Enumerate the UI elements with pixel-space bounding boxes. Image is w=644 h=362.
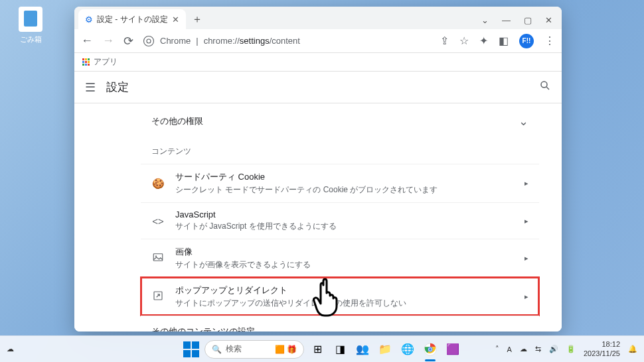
url-chip: Chrome: [160, 36, 191, 46]
other-content-label: その他のコンテンツの設定: [151, 326, 255, 332]
titlebar: ⚙ 設定 - サイトの設定 ✕ ＋ ⌄ ― ▢ ✕: [74, 7, 562, 29]
chrome-icon: [143, 35, 155, 47]
recycle-bin-label: ごみ箱: [19, 34, 42, 44]
weather-widget[interactable]: ☁: [7, 345, 14, 353]
popup-desc: サイトにポップアップの送信やリダイレクトの使用を許可しない: [175, 298, 514, 309]
chrome-icon[interactable]: [421, 340, 440, 359]
browser-tab[interactable]: ⚙ 設定 - サイトの設定 ✕: [78, 9, 186, 29]
url-toolbar: ← → ⟳ Chrome | chrome://settings/content…: [74, 29, 562, 53]
gear-icon: ⚙: [85, 15, 93, 25]
address-bar[interactable]: Chrome | chrome://settings/content: [143, 35, 431, 47]
row-other-permissions[interactable]: その他の権限 ⌄: [141, 106, 539, 137]
chevron-down-icon: ⌄: [519, 114, 528, 129]
js-title: JavaScript: [175, 210, 514, 219]
svg-point-2: [541, 82, 547, 88]
settings-content[interactable]: その他の権限 ⌄ コンテンツ 🍪 サードパーティ Cookie シークレット モ…: [74, 103, 562, 332]
wifi-icon[interactable]: ⇆: [535, 345, 541, 353]
menu-icon[interactable]: ⋮: [544, 34, 555, 47]
search-placeholder: 検索: [226, 343, 242, 355]
page-title: 設定: [106, 80, 129, 95]
chevron-down-icon[interactable]: ⌄: [481, 15, 489, 25]
sidepanel-icon[interactable]: ◧: [499, 34, 509, 47]
svg-point-11: [429, 347, 432, 350]
recycle-bin-icon: [19, 7, 42, 32]
svg-rect-4: [153, 254, 163, 261]
app-icon-purple[interactable]: 🟪: [443, 340, 462, 359]
popup-title: ポップアップとリダイレクト: [175, 284, 514, 296]
svg-point-0: [144, 36, 154, 46]
forward-button[interactable]: →: [102, 34, 114, 48]
chevron-down-icon: ⌄: [519, 324, 528, 332]
clock[interactable]: 18:12 2023/11/25: [584, 340, 620, 357]
images-title: 画像: [175, 246, 514, 258]
explorer-icon[interactable]: 📁: [376, 340, 394, 359]
edge-icon[interactable]: 🌐: [398, 340, 417, 359]
svg-point-1: [147, 39, 151, 43]
weather-icon: ☁: [7, 345, 14, 353]
chevron-right-icon: ▸: [524, 292, 528, 301]
date: 2023/11/25: [584, 349, 620, 358]
profile-avatar[interactable]: F!!: [519, 34, 534, 48]
share-icon[interactable]: ⇪: [440, 34, 449, 47]
js-desc: サイトが JavaScript を使用できるようにする: [175, 221, 514, 232]
code-icon: <>: [151, 215, 165, 227]
task-view-icon[interactable]: ⊞: [308, 340, 327, 359]
app-icon[interactable]: ◨: [331, 340, 349, 359]
extensions-icon[interactable]: ✦: [479, 34, 488, 47]
settings-header: ☰ 設定: [74, 72, 562, 103]
reload-button[interactable]: ⟳: [123, 34, 133, 48]
hamburger-menu[interactable]: ☰: [85, 80, 96, 95]
tab-close-icon[interactable]: ✕: [172, 15, 179, 25]
cookie-icon: 🍪: [151, 178, 165, 190]
bookmarks-bar: アプリ: [74, 53, 562, 72]
maximize-button[interactable]: ▢: [524, 15, 532, 25]
search-icon[interactable]: [539, 80, 551, 95]
minimize-button[interactable]: ―: [502, 15, 511, 25]
start-button[interactable]: [182, 340, 201, 359]
svg-point-5: [155, 255, 157, 257]
star-icon[interactable]: ☆: [459, 34, 469, 47]
volume-icon[interactable]: 🔊: [549, 345, 558, 353]
row-images[interactable]: 画像 サイトが画像を表示できるようにする ▸: [141, 239, 539, 277]
chevron-right-icon: ▸: [524, 254, 528, 263]
cookie-desc: シークレット モードでサードパーティの Cookie がブロックされています: [175, 184, 514, 196]
cloud-icon[interactable]: ☁: [520, 345, 527, 353]
notifications-icon[interactable]: 🔔: [628, 345, 637, 353]
images-desc: サイトが画像を表示できるようにする: [175, 259, 514, 271]
close-button[interactable]: ✕: [545, 15, 552, 25]
new-tab-button[interactable]: ＋: [189, 11, 206, 28]
row-popups-redirects[interactable]: ポップアップとリダイレクト サイトにポップアップの送信やリダイレクトの使用を許可…: [141, 277, 539, 316]
popup-icon: [151, 290, 165, 304]
search-icon: 🔍: [212, 345, 222, 354]
battery-icon[interactable]: 🔋: [566, 345, 576, 353]
tab-title: 設定 - サイトの設定: [97, 14, 168, 25]
chevron-right-icon: ▸: [524, 217, 528, 225]
cookie-title: サードパーティ Cookie: [175, 171, 514, 183]
row-other-content-settings[interactable]: その他のコンテンツの設定 ⌄: [141, 316, 539, 332]
row-third-party-cookies[interactable]: 🍪 サードパーティ Cookie シークレット モードでサードパーティの Coo…: [141, 164, 539, 202]
taskbar: ☁ 🔍 検索 🟧🎁 ⊞ ◨ 👥 📁 🌐 🟪 ˄ A ☁ ⇆ 🔊 🔋 18:12 …: [0, 335, 644, 362]
image-icon: [151, 251, 165, 265]
row-javascript[interactable]: <> JavaScript サイトが JavaScript を使用できるようにす…: [141, 202, 539, 239]
back-button[interactable]: ←: [81, 34, 93, 48]
svg-line-3: [546, 87, 549, 90]
ime-indicator[interactable]: A: [507, 345, 512, 353]
time: 18:12: [584, 340, 620, 349]
chevron-right-icon: ▸: [524, 179, 528, 188]
taskbar-search[interactable]: 🔍 検索 🟧🎁: [204, 340, 304, 359]
recycle-bin[interactable]: ごみ箱: [19, 7, 42, 44]
apps-icon[interactable]: [82, 58, 90, 66]
teams-icon[interactable]: 👥: [353, 340, 372, 359]
apps-label[interactable]: アプリ: [94, 56, 118, 68]
browser-window: ⚙ 設定 - サイトの設定 ✕ ＋ ⌄ ― ▢ ✕ ← → ⟳ Chrome |…: [74, 7, 562, 332]
overflow-icon[interactable]: ˄: [495, 345, 499, 353]
content-category-label: コンテンツ: [141, 137, 539, 164]
other-permissions-label: その他の権限: [151, 115, 203, 127]
